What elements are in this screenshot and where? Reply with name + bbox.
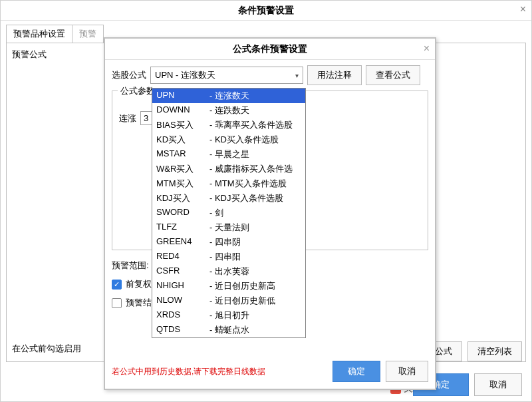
dropdown-item[interactable]: XRDS- 旭日初升	[152, 308, 305, 323]
dropdown-item[interactable]: KD买入- KD买入条件选股	[152, 132, 305, 147]
main-window: 条件预警设置 × 预警品种设置 预警 预警公式 在公式前勾选启用 公式 清空列表…	[0, 0, 532, 402]
dropdown-item[interactable]: DOWNN- 连跌数天	[152, 103, 305, 118]
formula-select-label: 选股公式	[112, 69, 146, 81]
dropdown-item[interactable]: MTM买入- MTM买入条件选股	[152, 176, 305, 191]
modal-cancel-button[interactable]: 取消	[386, 361, 428, 382]
view-formula-button[interactable]: 查看公式	[366, 65, 420, 85]
dropdown-item[interactable]: BIAS买入- 乖离率买入条件选股	[152, 118, 305, 132]
formula-condition-modal: 公式条件预警设置 × 选股公式 UPN - 连涨数天 ▾ 用法注释 查看公式 公…	[104, 37, 436, 390]
close-icon[interactable]: ×	[520, 3, 526, 15]
dropdown-item[interactable]: KDJ买入- KDJ买入条件选股	[152, 191, 305, 206]
dropdown-item[interactable]: GREEN4- 四串阴	[152, 235, 305, 250]
dropdown-item[interactable]: QTDS- 蜻蜓点水	[152, 323, 305, 337]
dropdown-item[interactable]: TLFZ- 天量法则	[152, 220, 305, 235]
chevron-down-icon: ▾	[295, 72, 299, 79]
main-cancel-button[interactable]: 取消	[474, 373, 522, 396]
modal-titlebar: 公式条件预警设置 ×	[105, 39, 435, 60]
modal-footer: 若公式中用到历史数据,请下载完整日线数据 确定 取消	[112, 361, 428, 382]
dropdown-item[interactable]: RED4- 四串阳	[152, 250, 305, 264]
clear-list-button[interactable]: 清空列表	[467, 341, 522, 361]
main-titlebar: 条件预警设置 ×	[1, 1, 531, 21]
dropdown-item[interactable]: NLOW- 近日创历史新低	[152, 294, 305, 308]
param-name-label: 连涨	[119, 112, 136, 124]
main-title: 条件预警设置	[238, 5, 294, 17]
dropdown-item[interactable]: MSTAR- 早晨之星	[152, 147, 305, 162]
formula-dropdown-list[interactable]: UPN- 连涨数天DOWNN- 连跌数天BIAS买入- 乖离率买入条件选股KD买…	[152, 88, 306, 338]
dropdown-item[interactable]: UPN- 连涨数天	[152, 89, 305, 103]
modal-body: 选股公式 UPN - 连涨数天 ▾ 用法注释 查看公式 公式参数 连涨 预警范围…	[105, 60, 435, 389]
fuquan-checkbox[interactable]: ✓	[112, 280, 122, 290]
fuquan-label: 前复权	[126, 278, 152, 290]
tab-formula-partial[interactable]: 预警	[72, 25, 104, 43]
usage-notes-button[interactable]: 用法注释	[307, 65, 362, 85]
result-checkbox[interactable]	[112, 298, 122, 308]
dropdown-item[interactable]: W&R买入- 威廉指标买入条件选	[152, 162, 305, 176]
result-label: 预警结	[126, 297, 152, 309]
modal-ok-button[interactable]: 确定	[332, 361, 380, 382]
warning-text: 若公式中用到历史数据,请下载完整日线数据	[112, 366, 332, 377]
modal-close-icon[interactable]: ×	[424, 43, 430, 55]
tab-species[interactable]: 预警品种设置	[6, 25, 72, 43]
dropdown-item[interactable]: NHIGH- 近日创历史新高	[152, 279, 305, 294]
modal-title: 公式条件预警设置	[233, 43, 307, 55]
formula-select-row: 选股公式 UPN - 连涨数天 ▾ 用法注释 查看公式	[112, 65, 428, 85]
combo-value: UPN - 连涨数天	[155, 69, 215, 81]
formula-combobox[interactable]: UPN - 连涨数天 ▾	[150, 67, 303, 84]
dropdown-item[interactable]: CSFR- 出水芙蓉	[152, 264, 305, 279]
dropdown-item[interactable]: SWORD- 剑	[152, 206, 305, 220]
